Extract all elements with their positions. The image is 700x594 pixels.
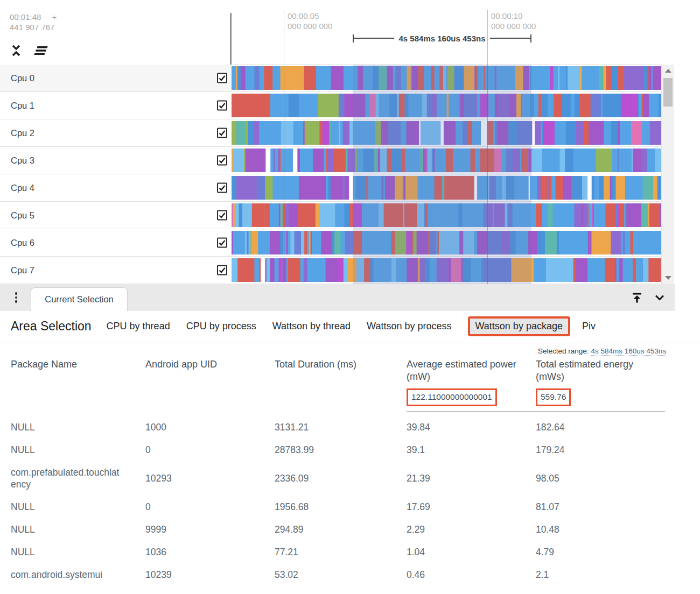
track-shell[interactable]: Cpu 6 (0, 229, 232, 256)
cell-total-energy: 98.05 (536, 461, 665, 496)
cell-total-duration: 2336.09 (275, 461, 407, 496)
checkmark-icon (219, 157, 226, 164)
summary-average-power: 122.11000000000001 (407, 388, 497, 406)
checkmark-icon (219, 239, 226, 246)
table-row: NULL 1000 3131.21 39.84 182.64 (11, 412, 665, 439)
cell-package-name: com.android.systemui (11, 563, 145, 586)
cell-android-app-uid: 10239 (145, 563, 275, 586)
cpu-tracks-area: Cpu 0 Cpu 1 Cpu 2 Cpu 3 (0, 65, 700, 284)
cell-average-power: 2.29 (407, 518, 536, 541)
selected-range-readout: Selected range: 4s 584ms 160us 453ns (538, 347, 666, 355)
track-label: Cpu 3 (11, 155, 34, 166)
track-label: Cpu 5 (11, 210, 34, 221)
scroll-up-icon[interactable] (665, 69, 671, 73)
cell-average-power: 39.1 (407, 439, 536, 461)
selection-range-marker[interactable]: 4s 584ms 160us 453ns (353, 34, 531, 43)
cpu-activity-canvas[interactable] (232, 94, 661, 117)
cell-average-power: 0.46 (407, 563, 536, 586)
track-shell[interactable]: Cpu 1 (0, 92, 232, 119)
summary-total-energy: 559.76 (536, 388, 571, 406)
track-shell[interactable]: Cpu 3 (0, 147, 232, 174)
track-label: Cpu 7 (11, 265, 34, 275)
cpu-activity-canvas[interactable] (232, 203, 661, 227)
cell-average-power: 39.84 (407, 412, 536, 439)
cell-android-app-uid: 0 (145, 439, 275, 461)
cpu-activity-canvas[interactable] (232, 258, 661, 282)
checkmark-icon (219, 267, 226, 274)
cpu-track-row[interactable]: Cpu 5 (0, 202, 661, 229)
viewport-start-line (230, 13, 232, 65)
track-checkbox[interactable] (217, 210, 227, 221)
cpu-track-row[interactable]: Cpu 3 (0, 147, 661, 174)
track-checkbox[interactable] (217, 73, 227, 83)
cell-package-name: com.prefabulated.touchlatency (11, 461, 145, 496)
table-summary-row: 122.11000000000001 559.76 (11, 383, 665, 412)
scrollbar-thumb[interactable] (663, 78, 673, 107)
panel-title: Area Selection (11, 319, 92, 334)
cell-total-energy: 81.07 (536, 496, 665, 518)
cpu-track-row[interactable]: Cpu 7 (0, 257, 661, 284)
cpu-activity-canvas[interactable] (232, 176, 661, 200)
cpu-activity-canvas[interactable] (232, 66, 661, 90)
cell-android-app-uid: 1036 (145, 541, 275, 563)
time-tick-label: 00:00:05000 000 000 (288, 11, 332, 31)
cpu-activity-canvas[interactable] (232, 148, 661, 172)
cpu-activity-canvas[interactable] (232, 121, 661, 145)
range-end-handle[interactable] (530, 34, 531, 43)
cell-android-app-uid: 10293 (145, 461, 275, 496)
track-label: Cpu 1 (11, 101, 34, 111)
cpu-track-row[interactable]: Cpu 0 (0, 65, 661, 92)
flatten-tracks-icon[interactable] (33, 43, 48, 58)
cell-total-energy: 10.48 (536, 518, 665, 541)
track-checkbox[interactable] (217, 155, 227, 166)
track-checkbox[interactable] (217, 101, 227, 111)
aggregation-tab[interactable]: CPU by process (186, 321, 256, 332)
perfetto-trace-viewer: 00:01:48+441 907 767 00:00:05000 000 000… (0, 0, 700, 594)
checkmark-icon (219, 102, 226, 109)
track-shell[interactable]: Cpu 2 (0, 119, 232, 146)
track-shell[interactable]: Cpu 4 (0, 174, 232, 201)
aggregation-tab[interactable]: Wattson by thread (272, 321, 351, 332)
cell-total-duration: 3131.21 (275, 412, 407, 439)
track-checkbox[interactable] (217, 128, 227, 138)
aggregation-tab[interactable]: Wattson by package (468, 316, 570, 336)
overflow-menu-icon[interactable] (11, 290, 22, 305)
table-header-row: Package Name Android app UID Total Durat… (11, 357, 665, 383)
track-checkbox[interactable] (217, 238, 227, 248)
aggregation-tab[interactable]: Wattson by process (367, 321, 451, 332)
track-label: Cpu 2 (11, 128, 34, 138)
aggregation-tab[interactable]: Piv (582, 321, 596, 332)
dock-to-top-icon[interactable] (629, 290, 645, 305)
cell-package-name: NULL (11, 541, 145, 563)
cell-android-app-uid: 1000 (145, 412, 275, 439)
plus-icon: + (52, 12, 57, 22)
cpu-track-row[interactable]: Cpu 1 (0, 92, 661, 119)
checkmark-icon (219, 75, 226, 82)
track-shell[interactable]: Cpu 7 (0, 257, 232, 284)
col-package-name: Package Name (11, 357, 145, 383)
cell-package-name: NULL (11, 518, 145, 541)
cpu-track-row[interactable]: Cpu 4 (0, 174, 661, 202)
col-average-power: Average estimated power (mW) (407, 357, 536, 383)
current-selection-tab[interactable]: Current Selection (31, 287, 128, 311)
aggregation-tab[interactable]: CPU by thread (107, 321, 170, 332)
track-label: Cpu 4 (11, 183, 34, 193)
track-checkbox[interactable] (217, 265, 227, 275)
checkmark-icon (219, 130, 226, 137)
collapse-tracks-icon[interactable] (9, 43, 24, 58)
cell-total-duration: 28783.99 (275, 439, 407, 461)
cpu-track-row[interactable]: Cpu 2 (0, 119, 661, 147)
cpu-track-row[interactable]: Cpu 6 (0, 229, 661, 257)
collapse-panel-icon[interactable] (652, 290, 667, 305)
scroll-down-icon[interactable] (665, 276, 671, 280)
track-checkbox[interactable] (217, 183, 227, 193)
time-tick-label: 00:00:10000 000 000 (491, 11, 536, 31)
timeline-header: 00:01:48+441 907 767 00:00:05000 000 000… (0, 0, 700, 65)
cpu-activity-canvas[interactable] (232, 231, 661, 254)
track-shell[interactable]: Cpu 0 (0, 65, 232, 91)
cell-total-energy: 179.24 (536, 439, 665, 461)
selected-range-link[interactable]: 4s 584ms 160us 453ns (591, 347, 666, 356)
track-shell[interactable]: Cpu 5 (0, 202, 232, 229)
checkmark-icon (219, 185, 226, 192)
vertical-scrollbar[interactable] (661, 65, 674, 284)
